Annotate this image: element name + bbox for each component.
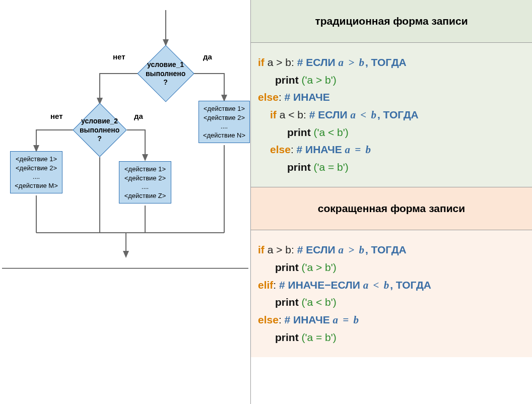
- kw-if: if: [258, 244, 264, 255]
- trad-line-2: print ('a > b'): [258, 72, 525, 89]
- short-line-5: else: # ИНАЧЕ a = b: [258, 311, 525, 329]
- label-no-2: нет: [50, 112, 63, 120]
- flowchart-panel: условие_1 выполнено ? условие_2 выполнен…: [0, 0, 251, 404]
- flowchart: условие_1 выполнено ? условие_2 выполнен…: [0, 0, 250, 262]
- kw-if: if: [258, 56, 264, 68]
- trad-line-1: if a > b: # ЕСЛИ a > b, ТОГДА: [258, 54, 525, 72]
- diamond-1-text: условие_1 выполнено ?: [146, 60, 185, 87]
- trad-line-3: else: # ИНАЧЕ: [258, 89, 525, 106]
- kw-elif: elif: [258, 279, 273, 291]
- traditional-title: традиционная форма записи: [251, 0, 532, 43]
- trad-line-5: print ('a < b'): [258, 124, 525, 142]
- short-title: сокращенная форма записи: [251, 187, 532, 230]
- short-code: if a > b: # ЕСЛИ a > b, ТОГДА print ('a …: [251, 230, 532, 357]
- label-yes-1: да: [203, 52, 212, 61]
- label-no-1: нет: [113, 52, 125, 61]
- trad-line-6: else: # ИНАЧЕ a = b: [258, 141, 525, 159]
- trad-line-4: if a < b: # ЕСЛИ a < b, ТОГДА: [258, 106, 525, 124]
- short-line-2: print ('a > b'): [258, 259, 525, 277]
- kw-else: else: [258, 91, 279, 103]
- kw-else: else: [258, 314, 279, 325]
- short-line-1: if a > b: # ЕСЛИ a > b, ТОГДА: [258, 241, 525, 259]
- code-examples-panel: традиционная форма записи if a > b: # ЕС…: [251, 0, 532, 404]
- diamond-2-text: условие_2 выполнено ?: [80, 117, 119, 144]
- divider-line: [2, 268, 248, 268]
- short-line-4: print ('a < b'): [258, 294, 525, 311]
- action-box-z: <действие 1> <действие 2> .... <действие…: [119, 161, 171, 204]
- action-box-m: <действие 1> <действие 2> .... <действие…: [10, 151, 62, 193]
- trad-line-7: print ('a = b'): [258, 159, 525, 176]
- short-line-3: elif: # ИНАЧЕ−ЕСЛИ a < b, ТОГДА: [258, 277, 525, 294]
- label-yes-2: да: [134, 112, 143, 120]
- short-line-6: print ('a = b'): [258, 329, 525, 347]
- traditional-code: if a > b: # ЕСЛИ a > b, ТОГДА print ('a …: [251, 43, 532, 187]
- action-box-n: <действие 1> <действие 2> .... <действие…: [198, 101, 250, 143]
